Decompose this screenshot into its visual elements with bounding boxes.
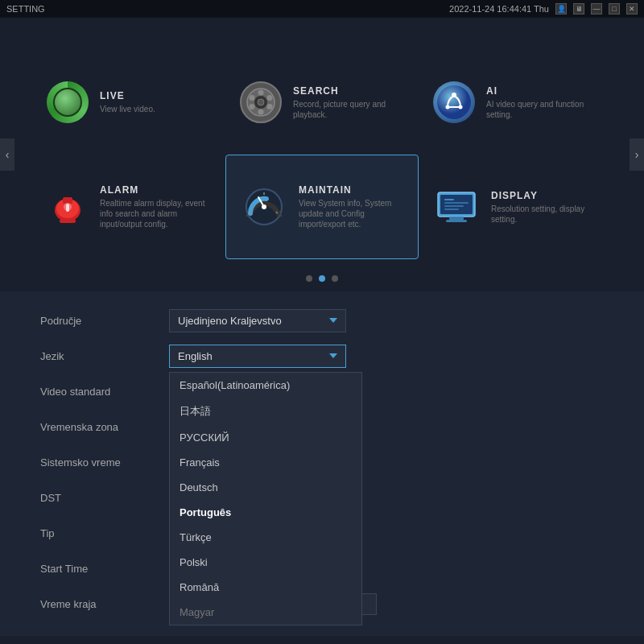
svg-point-4 — [250, 95, 255, 101]
user-button[interactable]: 👤 — [555, 3, 567, 14]
monitor-button[interactable]: 🖥 — [573, 3, 584, 14]
alarm-desc: Realtime alarm display, event info searc… — [100, 198, 211, 229]
datetime-display: 2022-11-24 16:44:41 Thu — [449, 4, 549, 14]
lang-option-french[interactable]: Français — [170, 450, 361, 475]
language-dropdown-arrow — [329, 353, 337, 358]
minimize-button[interactable]: — — [591, 3, 602, 14]
ai-icon-inner — [433, 81, 475, 123]
region-dropdown[interactable]: Ujedinjeno Kraljevstvo — [169, 309, 346, 332]
lang-option-turkish[interactable]: Türkçe — [170, 525, 361, 550]
end-time-label: Vreme kraja — [40, 598, 169, 610]
search-desc: Record, picture query and playback. — [293, 99, 404, 120]
live-text: LIVE View live video. — [100, 90, 155, 114]
svg-rect-33 — [444, 208, 459, 210]
language-label: Jezik — [40, 350, 169, 362]
settings-area: Područje Ujedinjeno Kraljevstvo Jezik En… — [0, 291, 644, 636]
svg-point-2 — [258, 90, 264, 96]
svg-point-5 — [267, 95, 273, 101]
lang-option-japanese[interactable]: 日本語 — [170, 398, 361, 425]
reel-icon — [240, 81, 282, 123]
svg-rect-27 — [440, 195, 473, 214]
language-value: English — [178, 350, 213, 362]
live-title: LIVE — [100, 90, 155, 101]
maintain-title: MAINTAIN — [299, 184, 403, 196]
region-value: Ujedinjeno Kraljevstvo — [178, 315, 282, 327]
menu-item-display[interactable]: DISPLAY Resolution setting, display sett… — [419, 155, 612, 259]
close-button[interactable]: ✕ — [626, 3, 638, 14]
display-icon — [433, 186, 480, 228]
lang-option-portuguese[interactable]: Português — [170, 500, 361, 525]
svg-rect-17 — [60, 219, 76, 223]
live-icon — [47, 81, 89, 123]
display-title: DISPLAY — [491, 190, 597, 201]
app-title: SETTING — [6, 4, 45, 14]
lang-option-russian[interactable]: РУССКИЙ — [170, 425, 361, 450]
menu-item-live[interactable]: LIVE View live video. — [32, 50, 225, 155]
display-desc: Resolution setting, display setting. — [491, 204, 597, 225]
menu-item-ai[interactable]: AI AI video query and function setting. — [419, 50, 612, 155]
menu-item-search[interactable]: SEARCH Record, picture query and playbac… — [225, 50, 419, 155]
carousel-dot-0[interactable] — [306, 275, 312, 282]
carousel-area: ‹ LIVE View live video. — [0, 18, 644, 291]
region-control: Ujedinjeno Kraljevstvo — [169, 309, 346, 332]
search-title: SEARCH — [293, 85, 404, 97]
menu-item-maintain[interactable]: MAINTAIN View System info, System update… — [225, 155, 419, 259]
start-time-label: Start Time — [40, 563, 169, 575]
ai-desc: AI video query and function setting. — [486, 99, 597, 120]
carousel-dot-1[interactable] — [319, 275, 325, 282]
timezone-label: Vremenska zona — [40, 421, 169, 433]
menu-item-alarm[interactable]: ALARM Realtime alarm display, event info… — [32, 155, 225, 259]
search-icon-wrap — [240, 81, 282, 123]
lang-option-magyar[interactable]: Magyar — [170, 600, 361, 625]
svg-point-9 — [437, 85, 471, 119]
svg-rect-31 — [444, 202, 469, 204]
menu-grid: LIVE View live video. — [8, 34, 636, 275]
maintain-desc: View System info, System update and Conf… — [299, 198, 403, 229]
maximize-button[interactable]: □ — [609, 3, 620, 14]
maintain-icon — [241, 186, 287, 228]
search-text: SEARCH Record, picture query and playbac… — [293, 85, 404, 120]
svg-point-10 — [452, 93, 456, 97]
language-row: Jezik English Español(Latinoamérica) 日本語… — [40, 340, 604, 372]
lang-option-espanol[interactable]: Español(Latinoamérica) — [170, 373, 361, 398]
svg-rect-29 — [446, 220, 467, 222]
region-row: Područje Ujedinjeno Kraljevstvo — [40, 304, 604, 336]
ai-icon — [433, 81, 475, 123]
language-popup[interactable]: Español(Latinoamérica) 日本語 РУССКИЙ Franç… — [169, 372, 362, 625]
lang-option-german[interactable]: Deutsch — [170, 475, 361, 500]
svg-point-22 — [262, 204, 266, 209]
video-standard-label: Video standard — [40, 386, 169, 398]
ai-title: AI — [486, 85, 597, 97]
carousel-dot-2[interactable] — [332, 275, 338, 282]
svg-rect-32 — [444, 205, 464, 207]
tip-label: Tip — [40, 527, 169, 539]
system-time-label: Sistemsko vreme — [40, 456, 169, 469]
maintain-text: MAINTAIN View System info, System update… — [299, 184, 403, 229]
svg-point-6 — [250, 104, 255, 109]
lang-option-polish[interactable]: Polski — [170, 550, 361, 575]
alarm-title: ALARM — [100, 184, 211, 196]
svg-point-7 — [267, 104, 273, 109]
dst-label: DST — [40, 492, 169, 504]
carousel-prev-button[interactable]: ‹ — [0, 138, 14, 171]
carousel-dots — [306, 275, 338, 282]
svg-rect-28 — [449, 217, 464, 220]
language-dropdown[interactable]: English — [169, 345, 346, 368]
region-label: Područje — [40, 315, 169, 327]
lang-option-romanian[interactable]: Română — [170, 575, 361, 600]
alarm-text: ALARM Realtime alarm display, event info… — [100, 184, 211, 229]
svg-point-3 — [258, 109, 264, 115]
carousel-next-button[interactable]: › — [630, 138, 644, 171]
live-desc: View live video. — [100, 104, 155, 114]
titlebar: SETTING 2022-11-24 16:44:41 Thu 👤 🖥 — □ … — [0, 0, 644, 18]
svg-rect-16 — [63, 197, 72, 204]
alarm-icon — [47, 186, 89, 228]
ai-text: AI AI video query and function setting. — [486, 85, 597, 120]
titlebar-left: SETTING — [6, 4, 45, 14]
titlebar-right: 2022-11-24 16:44:41 Thu 👤 🖥 — □ ✕ — [449, 3, 638, 14]
language-control: English Español(Latinoamérica) 日本語 РУССК… — [169, 345, 346, 368]
region-dropdown-arrow — [329, 318, 337, 323]
svg-point-8 — [258, 99, 264, 105]
display-text: DISPLAY Resolution setting, display sett… — [491, 190, 597, 225]
svg-rect-19 — [66, 204, 69, 212]
